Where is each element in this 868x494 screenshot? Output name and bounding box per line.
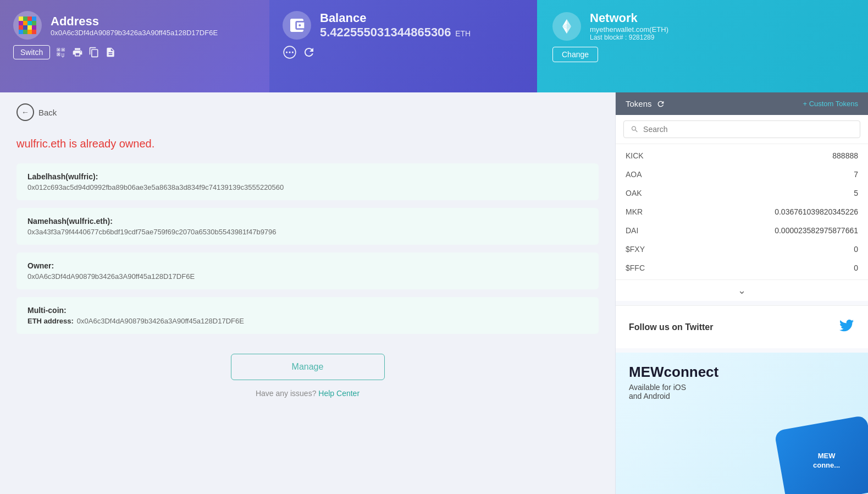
multicoin-card: Multi-coin: ETH address: 0x0A6c3Df4dA908…: [16, 297, 599, 334]
refresh-icon: [302, 46, 316, 59]
address-actions: Switch: [13, 45, 256, 59]
ethereum-icon: [558, 18, 576, 35]
svg-rect-11: [27, 25, 32, 30]
eth-address-row: ETH address: 0x0A6c3Df4dA90879b3426a3A90…: [27, 317, 588, 325]
namehash-label: Namehash(wulfric.eth):: [27, 217, 588, 226]
svg-rect-14: [23, 30, 27, 34]
owner-label: Owner:: [27, 261, 588, 270]
owner-card: Owner: 0x0A6c3Df4dA90879b3426a3A90ff45a1…: [16, 253, 599, 289]
token-row[interactable]: OAK 5: [616, 184, 868, 202]
balance-amount: 5.422555031344865306: [320, 25, 451, 39]
error-message: wulfric.eth is already owned.: [16, 138, 599, 150]
token-row[interactable]: $FFC 0: [616, 259, 868, 277]
print-icon-button[interactable]: [72, 47, 83, 58]
refresh-tokens-icon[interactable]: [656, 100, 665, 108]
owner-value: 0x0A6c3Df4dA90879b3426a3A90ff45a128D17DF…: [27, 272, 588, 281]
mew-phone-graphic: MEWconne...: [774, 415, 868, 494]
svg-rect-3: [27, 17, 32, 21]
more-icon: [283, 45, 297, 59]
address-value: 0x0A6c3Df4dA90879b3426a3A90ff45a128D17DF…: [51, 29, 218, 37]
help-center-link[interactable]: Help Center: [318, 389, 360, 398]
copy-icon-button[interactable]: [89, 47, 99, 58]
mew-phone-text: MEWconne...: [813, 452, 840, 470]
refresh-icon-button[interactable]: [302, 46, 316, 59]
eth-address-value: 0x0A6c3Df4dA90879b3426a3A90ff45a128D17DF…: [77, 317, 244, 325]
svg-rect-7: [27, 21, 32, 25]
twitter-text: Follow us on Twitter: [629, 322, 713, 332]
more-icon-button[interactable]: [283, 45, 297, 59]
sidebar: Tokens + Custom Tokens KICK 888888: [615, 92, 868, 494]
back-label: Back: [38, 108, 57, 117]
multicoin-label: Multi-coin:: [27, 306, 588, 315]
address-avatar: [13, 11, 42, 40]
token-row[interactable]: MKR 0.036761039820345226: [616, 202, 868, 221]
svg-point-18: [286, 51, 288, 53]
token-amount: 0.000023582975877661: [775, 226, 858, 235]
qr-icon: [56, 47, 67, 58]
token-row[interactable]: AOA 7: [616, 165, 868, 184]
show-more-button[interactable]: ⌄: [616, 279, 868, 301]
switch-button[interactable]: Switch: [13, 45, 50, 59]
token-list: KICK 888888 AOA 7 OAK 5 MKR 0.0367610398…: [616, 144, 868, 279]
svg-rect-8: [32, 21, 36, 25]
back-button[interactable]: ← Back: [16, 103, 57, 121]
svg-point-19: [289, 51, 290, 53]
address-panel: Address 0x0A6c3Df4dA90879b3426a3A90ff45a…: [0, 0, 269, 92]
token-row[interactable]: $FXY 0: [616, 240, 868, 259]
svg-rect-10: [23, 25, 27, 30]
labelhash-label: Labelhash(wulfric):: [27, 172, 588, 181]
svg-rect-13: [19, 30, 23, 34]
qr-icon-button[interactable]: [56, 47, 67, 58]
custom-tokens-link[interactable]: + Custom Tokens: [803, 100, 858, 108]
network-title: Network: [590, 11, 668, 25]
token-amount: 0: [854, 264, 858, 272]
mew-section: MEWconnect Available for iOSand Android …: [616, 353, 868, 494]
token-amount: 7: [854, 170, 858, 179]
namehash-card: Namehash(wulfric.eth): 0x3a43f3a79f44406…: [16, 208, 599, 245]
manage-button[interactable]: Manage: [231, 354, 385, 380]
address-title: Address: [51, 14, 218, 29]
svg-rect-2: [23, 17, 27, 21]
tokens-header: Tokens + Custom Tokens: [616, 92, 868, 115]
token-row[interactable]: DAI 0.000023582975877661: [616, 221, 868, 240]
network-block: Last block# : 9281289: [590, 34, 668, 41]
svg-rect-9: [19, 25, 23, 30]
search-bar: [616, 115, 868, 144]
main-content: ← Back wulfric.eth is already owned. Lab…: [0, 92, 868, 494]
svg-rect-15: [27, 30, 32, 34]
token-name: DAI: [626, 226, 638, 235]
token-row[interactable]: KICK 888888: [616, 146, 868, 165]
wallet-icon: [288, 17, 306, 34]
svg-rect-5: [19, 21, 23, 25]
copy-icon: [89, 47, 99, 58]
mew-subtitle: Available for iOSand Android: [629, 383, 855, 400]
search-input[interactable]: [643, 125, 853, 134]
twitter-icon: [838, 317, 855, 337]
token-name: AOA: [626, 170, 642, 179]
file-icon-button[interactable]: [105, 47, 116, 58]
svg-rect-6: [23, 21, 27, 25]
file-icon: [105, 47, 116, 58]
namehash-value: 0x3a43f3a79f4440677cb6bdf19cdf75ae759f69…: [27, 228, 588, 236]
help-text: Have any issues? Help Center: [16, 389, 599, 398]
eth-address-label: ETH address:: [27, 317, 74, 325]
balance-unit: ETH: [455, 29, 471, 38]
tokens-section: Tokens + Custom Tokens KICK 888888: [616, 92, 868, 301]
mew-title: MEWconnect: [629, 364, 855, 381]
token-amount: 0: [854, 245, 858, 254]
change-network-button[interactable]: Change: [552, 47, 598, 62]
svg-rect-16: [32, 30, 36, 34]
content-area: ← Back wulfric.eth is already owned. Lab…: [0, 92, 615, 494]
svg-rect-12: [32, 25, 36, 30]
balance-actions: [283, 45, 524, 59]
svg-rect-1: [19, 17, 23, 21]
token-name: $FFC: [626, 264, 645, 272]
svg-point-20: [292, 51, 294, 53]
balance-icon: [283, 11, 311, 40]
twitter-section[interactable]: Follow us on Twitter: [616, 305, 868, 348]
tokens-header-left: Tokens: [626, 99, 665, 108]
token-amount: 0.036761039820345226: [775, 207, 858, 216]
print-icon: [72, 47, 83, 58]
network-icon: [552, 12, 581, 41]
token-amount: 5: [854, 189, 858, 197]
